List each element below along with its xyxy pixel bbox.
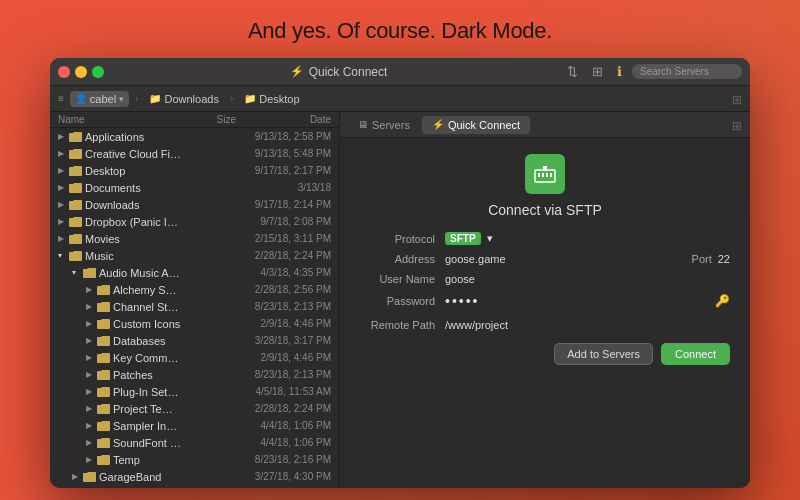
file-item[interactable]: ▾Music2/28/18, 2:24 PM	[50, 247, 339, 264]
file-name: Project Templates	[113, 403, 181, 415]
key-icon[interactable]: 🔑	[715, 294, 730, 308]
location-user[interactable]: 👤 cabel ▾	[70, 91, 129, 107]
tab-quick-connect[interactable]: ⚡ Quick Connect	[422, 116, 530, 134]
col-header-name: Name	[58, 114, 181, 125]
disclosure-triangle[interactable]: ▾	[58, 251, 68, 260]
port-label: Port	[692, 253, 712, 265]
file-item[interactable]: ▾Audio Music Apps4/3/18, 4:35 PM	[50, 264, 339, 281]
file-item[interactable]: ▶GarageBand3/27/18, 4:30 PM	[50, 468, 339, 485]
file-name: Alchemy Samples	[113, 284, 181, 296]
disclosure-triangle[interactable]: ▶	[86, 370, 96, 379]
disclosure-triangle[interactable]: ▶	[58, 183, 68, 192]
file-item[interactable]: ▶Desktop9/17/18, 2:17 PM	[50, 162, 339, 179]
file-name: Music	[85, 250, 181, 262]
disclosure-triangle[interactable]: ▶	[86, 353, 96, 362]
disclosure-triangle[interactable]: ▶	[86, 319, 96, 328]
file-item[interactable]: ▶Creative Cloud Files9/13/18, 5:48 PM	[50, 145, 339, 162]
location-downloads[interactable]: 📁 Downloads	[144, 91, 223, 107]
file-item[interactable]: ▶Temp8/23/18, 2:16 PM	[50, 451, 339, 468]
disclosure-triangle[interactable]: ▶	[86, 336, 96, 345]
file-item[interactable]: ▶Custom Icons2/9/18, 4:46 PM	[50, 315, 339, 332]
file-item[interactable]: ▶iTunes9/17/18, 1:49 PM	[50, 485, 339, 488]
folder-icon	[96, 352, 110, 363]
disclosure-triangle[interactable]: ▶	[58, 149, 68, 158]
tab-grid-btn[interactable]: ⊞	[732, 116, 742, 134]
disclosure-triangle[interactable]: ▶	[58, 132, 68, 141]
file-item[interactable]: ▶Downloads9/17/18, 2:14 PM	[50, 196, 339, 213]
maximize-button[interactable]	[92, 66, 104, 78]
file-date: 4/3/18, 4:35 PM	[236, 267, 331, 278]
file-item[interactable]: ▶Project Templates2/28/18, 2:24 PM	[50, 400, 339, 417]
file-item[interactable]: ▶SoundFont Samples4/4/18, 1:06 PM	[50, 434, 339, 451]
title-text: Quick Connect	[309, 65, 388, 79]
file-date: 8/23/18, 2:13 PM	[236, 369, 331, 380]
disclosure-triangle[interactable]: ▶	[86, 438, 96, 447]
right-pane: 🖥 Servers ⚡ Quick Connect ⊞	[340, 112, 750, 488]
add-to-servers-button[interactable]: Add to Servers	[554, 343, 653, 365]
file-date: 4/5/18, 11:53 AM	[236, 386, 331, 397]
grid-icon[interactable]: ⊞	[588, 62, 607, 81]
tab-servers-label: Servers	[372, 119, 410, 131]
file-item[interactable]: ▶Channel Strip Settings8/23/18, 2:13 PM	[50, 298, 339, 315]
file-name: Movies	[85, 233, 181, 245]
username-value[interactable]: goose	[445, 273, 730, 285]
file-date: 2/28/18, 2:56 PM	[236, 284, 331, 295]
file-item[interactable]: ▶Sampler Instruments4/4/18, 1:06 PM	[50, 417, 339, 434]
tab-servers[interactable]: 🖥 Servers	[348, 116, 420, 134]
minimize-button[interactable]	[75, 66, 87, 78]
info-icon[interactable]: ℹ	[613, 62, 626, 81]
svg-rect-3	[546, 173, 548, 177]
file-date: 2/28/18, 2:24 PM	[236, 250, 331, 261]
file-item[interactable]: ▶Movies2/15/18, 3:11 PM	[50, 230, 339, 247]
file-date: 9/13/18, 2:58 PM	[236, 131, 331, 142]
disclosure-triangle[interactable]: ▶	[58, 166, 68, 175]
remote-path-value-row: /www/project	[445, 319, 730, 331]
address-value[interactable]: goose.game	[445, 253, 676, 265]
file-item[interactable]: ▶Patches8/23/18, 2:13 PM	[50, 366, 339, 383]
action-buttons: Add to Servers Connect	[360, 343, 730, 365]
pane-resize-icon[interactable]: ⊞	[732, 90, 742, 108]
location-desktop[interactable]: 📁 Desktop	[239, 91, 304, 107]
file-item[interactable]: ▶Databases3/28/18, 3:17 PM	[50, 332, 339, 349]
disclosure-triangle[interactable]: ▶	[86, 455, 96, 464]
file-item[interactable]: ▶Dropbox (Panic Inc)9/7/18, 2:08 PM	[50, 213, 339, 230]
file-item[interactable]: ▶Key Commands2/9/18, 4:46 PM	[50, 349, 339, 366]
port-value[interactable]: 22	[718, 253, 730, 265]
disclosure-triangle[interactable]: ▶	[86, 421, 96, 430]
sort-icon[interactable]: ⇅	[563, 62, 582, 81]
connect-button[interactable]: Connect	[661, 343, 730, 365]
connection-area: Connect via SFTP Protocol SFTP ▾ Address…	[340, 138, 750, 488]
disclosure-triangle[interactable]: ▶	[72, 472, 82, 481]
disclosure-triangle[interactable]: ▶	[58, 234, 68, 243]
disclosure-triangle[interactable]: ▾	[72, 268, 82, 277]
folder-icon	[68, 182, 82, 193]
title-bar: ⚡ Quick Connect ⇅ ⊞ ℹ Search Servers	[50, 58, 750, 86]
file-name: Dropbox (Panic Inc)	[85, 216, 181, 228]
disclosure-triangle[interactable]: ▶	[86, 404, 96, 413]
disclosure-triangle[interactable]: ▶	[58, 217, 68, 226]
folder-icon	[68, 148, 82, 159]
file-date: 8/23/18, 2:13 PM	[236, 301, 331, 312]
file-item[interactable]: ▶Documents3/13/18	[50, 179, 339, 196]
protocol-dropdown-arrow[interactable]: ▾	[487, 232, 493, 245]
close-button[interactable]	[58, 66, 70, 78]
folder-icon	[68, 131, 82, 142]
lightning-tab-icon: ⚡	[432, 119, 444, 130]
file-list[interactable]: ▶Applications9/13/18, 2:58 PM▶Creative C…	[50, 128, 339, 488]
remote-path-value[interactable]: /www/project	[445, 319, 508, 331]
file-item[interactable]: ▶Applications9/13/18, 2:58 PM	[50, 128, 339, 145]
file-item[interactable]: ▶Alchemy Samples2/28/18, 2:56 PM	[50, 281, 339, 298]
disclosure-triangle[interactable]: ▶	[86, 285, 96, 294]
file-name: Documents	[85, 182, 181, 194]
disclosure-triangle[interactable]: ▶	[86, 302, 96, 311]
file-name: Patches	[113, 369, 181, 381]
disclosure-triangle[interactable]: ▶	[58, 200, 68, 209]
file-item[interactable]: ▶Plug-In Settings4/5/18, 11:53 AM	[50, 383, 339, 400]
password-value[interactable]: •••••	[445, 293, 709, 309]
disclosure-triangle[interactable]: ▶	[86, 387, 96, 396]
file-date: 9/7/18, 2:08 PM	[236, 216, 331, 227]
file-date: 2/28/18, 2:24 PM	[236, 403, 331, 414]
username-value-row: goose	[445, 273, 730, 285]
location-user-label: cabel	[90, 93, 116, 105]
search-input[interactable]: Search Servers	[632, 64, 742, 79]
